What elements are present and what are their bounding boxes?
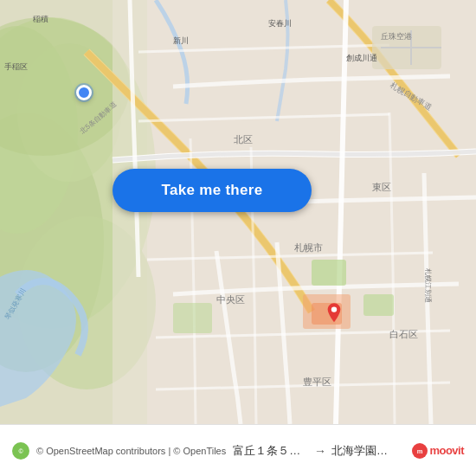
svg-text:©: ©: [18, 447, 23, 453]
svg-text:稲積: 稲積: [33, 15, 48, 23]
moovit-text: moovit: [429, 444, 464, 457]
moovit-logo: m moovit: [412, 443, 464, 459]
svg-text:東区: 東区: [372, 182, 391, 192]
route-info: 富丘１条５丁目 → 北海学園大学: [233, 443, 396, 459]
destination-label: 北海学園大学: [331, 443, 396, 459]
svg-text:豊平区: 豊平区: [303, 376, 331, 387]
svg-text:北区: 北区: [234, 134, 253, 145]
svg-rect-9: [312, 260, 346, 286]
attribution-text: © OpenStreetMap contributors | © OpenTil…: [36, 446, 226, 456]
svg-rect-11: [173, 303, 212, 333]
svg-text:m: m: [417, 447, 423, 455]
origin-label: 富丘１条５丁目: [233, 443, 309, 459]
svg-point-31: [331, 306, 337, 312]
location-marker: [76, 85, 92, 100]
arrow-icon: →: [314, 444, 326, 458]
svg-text:創成川通: 創成川通: [346, 54, 377, 62]
svg-text:札幌江別通: 札幌江別通: [424, 268, 432, 303]
destination-marker: [325, 303, 344, 327]
svg-text:札幌市: 札幌市: [294, 242, 323, 253]
take-me-there-button[interactable]: Take me there: [113, 169, 312, 212]
svg-rect-10: [363, 294, 394, 316]
svg-text:新川: 新川: [173, 36, 189, 45]
svg-text:手稲区: 手稲区: [4, 62, 28, 71]
map-container: 稲積 手稲区 北5条自動車道 安春川 創成川通 丘珠空港 札幌自動車道 新川 北…: [0, 0, 476, 424]
osm-logo: ©: [12, 442, 29, 460]
moovit-icon: m: [412, 443, 428, 459]
footer-bar: © © OpenStreetMap contributors | © OpenT…: [0, 424, 476, 476]
svg-text:安春川: 安春川: [268, 19, 292, 28]
svg-text:中央区: 中央区: [216, 294, 245, 305]
svg-text:白石区: 白石区: [389, 329, 418, 339]
map-background: 稲積 手稲区 北5条自動車道 安春川 創成川通 丘珠空港 札幌自動車道 新川 北…: [0, 0, 476, 424]
svg-text:丘珠空港: 丘珠空港: [381, 32, 412, 41]
